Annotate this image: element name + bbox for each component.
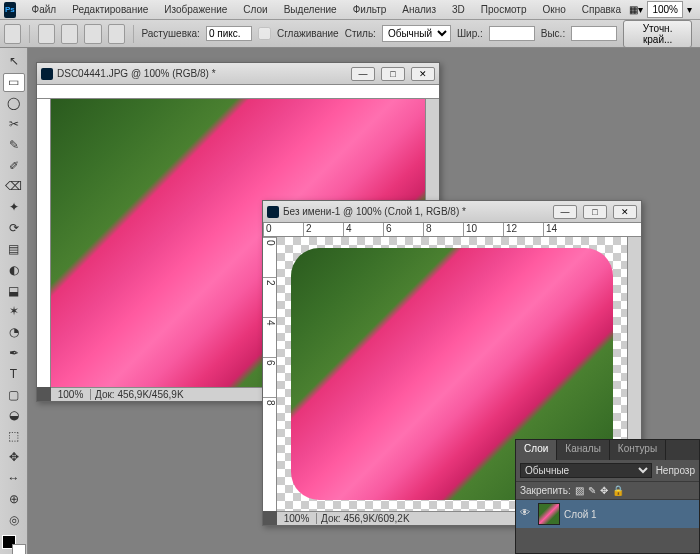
feather-label: Растушевка: — [141, 28, 199, 39]
marquee-mode-add-icon[interactable] — [61, 24, 78, 44]
document-titlebar-1[interactable]: DSC04441.JPG @ 100% (RGB/8) * — □ ✕ — [37, 63, 439, 85]
doc2-info: Док: 456,9K/609,2K — [317, 513, 410, 524]
tool-19[interactable]: ✥ — [3, 448, 25, 467]
lock-position-icon[interactable]: ✥ — [600, 485, 608, 496]
doc1-info: Док: 456,9K/456,9K — [91, 389, 184, 400]
minimize-button[interactable]: — — [553, 205, 577, 219]
app-logo: Ps — [4, 2, 16, 18]
ruler-horizontal[interactable]: 02468101214 — [263, 223, 641, 237]
tool-17[interactable]: ◒ — [3, 406, 25, 425]
lock-all-icon[interactable]: 🔒 — [612, 485, 624, 496]
menu-Фильтр[interactable]: Фильтр — [345, 2, 395, 17]
layers-panel-tabs: Слои Каналы Контуры — [516, 440, 699, 460]
layer-row[interactable]: 👁 Слой 1 — [516, 500, 699, 528]
menu-Анализ[interactable]: Анализ — [394, 2, 444, 17]
maximize-button[interactable]: □ — [583, 205, 607, 219]
doc2-zoom[interactable]: 100% — [277, 513, 317, 524]
style-select[interactable]: Обычный — [382, 25, 451, 42]
tool-10[interactable]: ◐ — [3, 260, 25, 279]
antialias-checkbox — [258, 27, 271, 40]
marquee-mode-intersect-icon[interactable] — [108, 24, 125, 44]
doc1-title: DSC04441.JPG @ 100% (RGB/8) * — [57, 68, 351, 79]
chevron-down-icon[interactable]: ▾ — [687, 4, 692, 15]
opacity-label: Непрозр — [656, 465, 695, 476]
ruler-vertical[interactable]: 02468 — [263, 237, 277, 511]
tab-channels[interactable]: Каналы — [557, 440, 610, 460]
menu-Справка[interactable]: Справка — [574, 2, 629, 17]
ruler-horizontal[interactable] — [37, 85, 439, 99]
doc-icon — [267, 206, 279, 218]
close-button[interactable]: ✕ — [613, 205, 637, 219]
lock-row: Закрепить: ▨ ✎ ✥ 🔒 — [516, 482, 699, 500]
menu-Редактирование[interactable]: Редактирование — [64, 2, 156, 17]
background-swatch[interactable] — [12, 544, 26, 554]
doc1-zoom[interactable]: 100% — [51, 389, 91, 400]
zoom-icon: ▦▾ — [629, 4, 643, 15]
width-label: Шир.: — [457, 28, 483, 39]
tool-20[interactable]: ↔ — [3, 469, 25, 488]
blend-mode-select[interactable]: Обычные — [520, 463, 652, 478]
refine-edge-button[interactable]: Уточн. край... — [623, 20, 692, 48]
tool-18[interactable]: ⬚ — [3, 427, 25, 446]
tool-12[interactable]: ✶ — [3, 302, 25, 321]
height-label: Выс.: — [541, 28, 565, 39]
antialias-label: Сглаживание — [277, 28, 339, 39]
lock-transparency-icon[interactable]: ▨ — [575, 485, 584, 496]
height-input — [571, 26, 617, 41]
tool-6[interactable]: ⌫ — [3, 177, 25, 196]
tool-0[interactable]: ↖ — [3, 52, 25, 71]
visibility-icon[interactable]: 👁 — [520, 507, 534, 521]
tool-5[interactable]: ✐ — [3, 156, 25, 175]
tool-8[interactable]: ⟳ — [3, 219, 25, 238]
lock-paint-icon[interactable]: ✎ — [588, 485, 596, 496]
tool-11[interactable]: ⬓ — [3, 281, 25, 300]
tool-22[interactable]: ◎ — [3, 510, 25, 529]
minimize-button[interactable]: — — [351, 67, 375, 81]
width-input — [489, 26, 535, 41]
tool-14[interactable]: ✒ — [3, 344, 25, 363]
tab-paths[interactable]: Контуры — [610, 440, 666, 460]
layers-panel[interactable]: Слои Каналы Контуры Обычные Непрозр Закр… — [515, 439, 700, 554]
tool-4[interactable]: ✎ — [3, 135, 25, 154]
tool-16[interactable]: ▢ — [3, 385, 25, 404]
lock-label: Закрепить: — [520, 485, 571, 496]
doc-icon — [41, 68, 53, 80]
tool-7[interactable]: ✦ — [3, 198, 25, 217]
tools-panel: ↖▭◯✂✎✐⌫✦⟳▤◐⬓✶◔✒T▢◒⬚✥↔⊕◎ — [0, 48, 28, 554]
ruler-vertical[interactable] — [37, 99, 51, 387]
tool-9[interactable]: ▤ — [3, 239, 25, 258]
options-bar: Растушевка: Сглаживание Стиль: Обычный Ш… — [0, 20, 700, 48]
menu-bar: Ps ФайлРедактированиеИзображениеСлоиВыде… — [0, 0, 700, 20]
marquee-mode-sub-icon[interactable] — [84, 24, 101, 44]
tool-15[interactable]: T — [3, 364, 25, 383]
tool-21[interactable]: ⊕ — [3, 489, 25, 508]
layer-thumbnail[interactable] — [538, 503, 560, 525]
tool-3[interactable]: ✂ — [3, 114, 25, 133]
tool-2[interactable]: ◯ — [3, 94, 25, 113]
tool-13[interactable]: ◔ — [3, 323, 25, 342]
style-label: Стиль: — [345, 28, 376, 39]
marquee-mode-new-icon[interactable] — [38, 24, 55, 44]
feather-input[interactable] — [206, 26, 252, 41]
tool-preset-icon[interactable] — [4, 24, 21, 44]
doc2-title: Без имени-1 @ 100% (Слой 1, RGB/8) * — [283, 206, 553, 217]
document-titlebar-2[interactable]: Без имени-1 @ 100% (Слой 1, RGB/8) * — □… — [263, 201, 641, 223]
zoom-control[interactable]: ▦▾ 100% ▾ — [629, 1, 692, 18]
close-button[interactable]: ✕ — [411, 67, 435, 81]
menu-Изображение[interactable]: Изображение — [156, 2, 235, 17]
tool-1[interactable]: ▭ — [3, 73, 25, 92]
menu-Слои[interactable]: Слои — [235, 2, 275, 17]
layer-name[interactable]: Слой 1 — [564, 509, 597, 520]
maximize-button[interactable]: □ — [381, 67, 405, 81]
menu-3D[interactable]: 3D — [444, 2, 473, 17]
blend-row: Обычные Непрозр — [516, 460, 699, 482]
menu-Просмотр[interactable]: Просмотр — [473, 2, 535, 17]
menu-Файл[interactable]: Файл — [24, 2, 65, 17]
zoom-value[interactable]: 100% — [647, 1, 683, 18]
menu-Выделение[interactable]: Выделение — [276, 2, 345, 17]
menu-Окно[interactable]: Окно — [535, 2, 574, 17]
tab-layers[interactable]: Слои — [516, 440, 557, 460]
